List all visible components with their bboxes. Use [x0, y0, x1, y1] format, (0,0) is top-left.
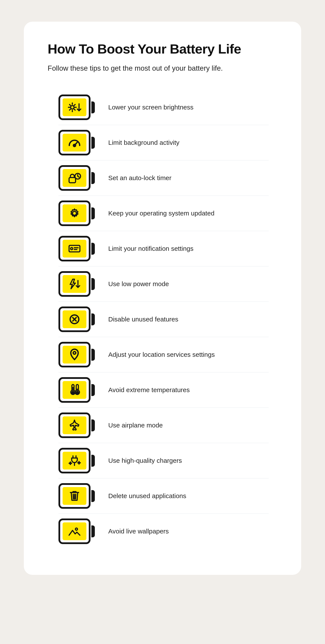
- battery-icon: [58, 306, 95, 332]
- svg-rect-12: [69, 178, 75, 183]
- battery-icon: [58, 94, 95, 120]
- list-item: Set an auto-lock timer: [58, 160, 269, 196]
- tip-label: Use low power mode: [100, 280, 169, 288]
- battery-icon: [58, 483, 95, 509]
- brightness-down-icon: [67, 101, 82, 114]
- svg-point-38: [75, 528, 77, 530]
- list-item: Use airplane mode: [58, 408, 269, 443]
- battery-icon: [58, 377, 95, 403]
- battery-icon: [58, 271, 95, 297]
- svg-line-15: [78, 176, 79, 177]
- svg-point-18: [71, 248, 73, 250]
- svg-line-6: [74, 109, 75, 110]
- image-icon: [68, 526, 81, 537]
- gear-icon: [68, 207, 80, 219]
- svg-line-7: [69, 109, 70, 110]
- svg-line-35: [73, 494, 73, 499]
- list-item: Limit background activity: [58, 125, 269, 160]
- tip-label: Avoid live wallpapers: [100, 528, 169, 535]
- list-item: Use high-quality chargers: [58, 443, 269, 478]
- list-item: Adjust your location services settings: [58, 337, 269, 372]
- plug-sparkle-icon: [68, 454, 81, 467]
- battery-icon: [58, 412, 95, 438]
- list-item: Keep your operating system updated: [58, 196, 269, 231]
- svg-marker-21: [70, 279, 75, 289]
- list-item: Avoid live wallpapers: [58, 514, 269, 549]
- tip-label: Set an auto-lock timer: [100, 174, 171, 182]
- tip-label: Limit background activity: [100, 139, 179, 146]
- x-circle-icon: [69, 314, 80, 325]
- list-item: Disable unused features: [58, 302, 269, 337]
- battery-icon: [58, 342, 95, 368]
- svg-point-0: [71, 106, 74, 109]
- lock-clock-icon: [67, 172, 82, 184]
- tip-label: Avoid extreme temperatures: [100, 386, 190, 394]
- svg-point-26: [73, 352, 76, 354]
- thermometers-icon: [68, 384, 81, 396]
- tip-label: Adjust your location services settings: [100, 351, 215, 358]
- svg-line-8: [74, 104, 75, 105]
- gauge-icon: [67, 137, 81, 148]
- tip-label: Delete unused applications: [100, 492, 186, 500]
- list-item: Use low power mode: [58, 266, 269, 302]
- list-item: Lower your screen brightness: [58, 90, 269, 125]
- airplane-icon: [68, 419, 80, 431]
- list-item: Avoid extreme temperatures: [58, 372, 269, 408]
- list-item: Delete unused applications: [58, 478, 269, 514]
- svg-line-5: [69, 104, 70, 105]
- trash-icon: [69, 490, 80, 502]
- page-title: How To Boost Your Battery Life: [48, 41, 277, 56]
- notification-card-icon: [68, 244, 81, 254]
- tip-label: Limit your notification settings: [100, 245, 194, 252]
- battery-icon: [58, 448, 95, 474]
- battery-icon: [58, 200, 95, 226]
- battery-icon: [58, 165, 95, 191]
- card: How To Boost Your Battery Life Follow th…: [24, 22, 301, 575]
- battery-icon: [58, 130, 95, 156]
- battery-icon: [58, 518, 95, 544]
- tip-label: Keep your operating system updated: [100, 210, 214, 217]
- map-pin-icon: [69, 348, 79, 361]
- battery-icon: [58, 236, 95, 262]
- svg-point-16: [72, 211, 76, 215]
- tip-label: Lower your screen brightness: [100, 104, 194, 111]
- tip-label: Use high-quality chargers: [100, 457, 182, 464]
- list-item: Limit your notification settings: [58, 231, 269, 266]
- bolt-down-icon: [68, 278, 81, 290]
- tip-label: Use airplane mode: [100, 422, 163, 429]
- page-subtitle: Follow these tips to get the most out of…: [48, 64, 277, 72]
- tip-label: Disable unused features: [100, 316, 178, 323]
- tips-list: Lower your screen brightness Limit backg…: [48, 90, 277, 549]
- svg-line-37: [75, 494, 76, 499]
